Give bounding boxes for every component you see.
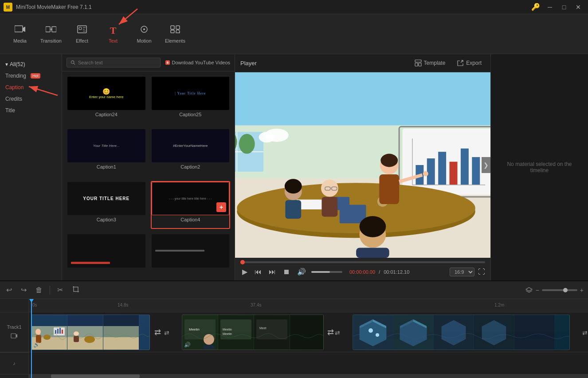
template-label: Template [424, 60, 446, 66]
volume-button[interactable]: 🔊 [295, 267, 308, 277]
volume-fill [311, 271, 330, 273]
caption5b-label [152, 268, 230, 271]
toolbar-transition[interactable]: Transition [35, 19, 67, 50]
prev-frame-button[interactable]: ⏮ [253, 267, 263, 277]
toolbar-effect[interactable]: Effect [67, 19, 98, 50]
svg-rect-9 [171, 26, 174, 29]
grid-item-caption5a[interactable] [67, 233, 146, 276]
caption3-thumb: YOUR TITLE HERE [67, 182, 145, 215]
minimize-button[interactable]: ─ [544, 1, 556, 13]
sidebar-credits-label: Credits [5, 96, 22, 102]
next-frame-button[interactable]: ⏭ [267, 267, 278, 277]
grid-item-caption1[interactable]: Your Title Here... Caption1 [67, 128, 146, 176]
clip-2[interactable]: Meetin Meetin Meetin [182, 315, 324, 350]
search-input[interactable] [78, 60, 157, 65]
text-icon: T [110, 25, 117, 36]
caption2-text: #EnterYourNameHere [173, 144, 208, 148]
grid-item-caption24[interactable]: 😊 Enter your name here Caption24 [67, 76, 146, 124]
download-label: Download YouTube Videos [172, 60, 231, 65]
grid-item-caption25[interactable]: | Your Title Here Caption25 [151, 76, 231, 124]
add-caption4-button[interactable]: + [216, 202, 226, 212]
player-controls: ▶ ⏮ ⏭ ⏹ 🔊 00:00:00.00 / 00:01:12.10 16:9… [235, 258, 490, 280]
tracks-container: 🔊 ⇄ [29, 312, 588, 374]
sidebar-item-caption[interactable]: Caption [0, 82, 62, 93]
grid-item-caption2[interactable]: #EnterYourNameHere Caption2 [151, 128, 231, 176]
maximize-button[interactable]: □ [558, 1, 570, 13]
track1-label: Track1 [0, 312, 28, 352]
toolbar-media[interactable]: Media [4, 19, 35, 50]
play-button[interactable]: ▶ [240, 267, 249, 277]
toolbar-elements[interactable]: Elements [160, 19, 191, 50]
clip3-swap-icon: ⇄ [582, 329, 588, 336]
export-button[interactable]: Export [453, 58, 485, 68]
volume-slider[interactable] [311, 271, 342, 273]
sidebar-all-header[interactable]: ▾ All(52) [0, 59, 62, 70]
clip-1[interactable]: 🔊 [31, 315, 150, 350]
aspect-ratio-select[interactable]: 16:9 9:16 4:3 1:1 [450, 268, 474, 276]
music-track-label: ♪ [0, 352, 28, 374]
svg-rect-10 [176, 26, 180, 29]
template-button[interactable]: Template [411, 58, 449, 68]
main-area: ▾ All(52) Trending Hot Caption Credits T… [0, 54, 588, 280]
template-icon [415, 59, 422, 67]
zoom-slider[interactable] [542, 289, 577, 291]
search-input-wrap[interactable] [67, 58, 161, 67]
panel-expand-button[interactable]: ❯ [482, 157, 490, 173]
caption1-thumb: Your Title Here... [67, 129, 145, 162]
redo-button[interactable]: ↪ [19, 284, 28, 296]
progress-bar[interactable] [240, 261, 485, 263]
crop-icon [72, 285, 80, 293]
timeline-tracks[interactable]: 0s 14.8s 37.4s 1.2m [29, 299, 588, 378]
download-youtube-btn[interactable]: Download YouTube Videos [165, 60, 231, 65]
svg-rect-2 [15, 26, 23, 32]
close-button[interactable]: ✕ [572, 1, 584, 13]
caption2-label: Caption2 [152, 162, 230, 171]
ruler-spacer [0, 299, 28, 312]
music-track-row [29, 352, 588, 374]
crop-button[interactable] [70, 284, 82, 297]
clip1-swap-icon: ⇄ [164, 329, 169, 336]
sidebar-item-trending[interactable]: Trending Hot [0, 70, 62, 82]
download-icon [165, 60, 170, 65]
no-material-text: No material selected on the timeline [500, 161, 579, 173]
undo-button[interactable]: ↩ [4, 284, 14, 296]
key-icon-btn[interactable]: 🔑 [529, 1, 542, 13]
video-preview: ❯ [235, 72, 490, 258]
toolbar-motion[interactable]: Motion [129, 19, 160, 50]
grid-item-caption4[interactable]: - - - your title here title here - - - +… [151, 181, 231, 229]
caption5b-thumb [152, 234, 230, 268]
stop-button[interactable]: ⏹ [281, 267, 292, 277]
svg-rect-16 [415, 63, 418, 66]
grid-item-caption5b[interactable] [151, 233, 231, 276]
time-total: 00:01:12.10 [384, 269, 409, 275]
delete-button[interactable]: 🗑 [34, 284, 44, 296]
sidebar-item-title[interactable]: Title [0, 105, 62, 116]
sidebar-item-credits[interactable]: Credits [0, 93, 62, 105]
svg-rect-49 [321, 197, 337, 217]
toolbar-effect-label: Effect [76, 38, 88, 43]
sidebar-all-label: All(52) [10, 61, 25, 67]
svg-rect-54 [285, 200, 301, 219]
caption25-text: | Your Title Here [175, 91, 206, 95]
transition2-icon: ⇄ [327, 327, 334, 337]
timeline-toolbar: ↩ ↪ 🗑 ✂ − + [0, 281, 588, 299]
svg-point-55 [285, 179, 302, 193]
sidebar-title-label: Title [5, 107, 15, 114]
fullscreen-button[interactable]: ⛶ [478, 268, 485, 276]
timeline-scrollbar[interactable] [29, 374, 588, 378]
caption5a-label [67, 268, 145, 271]
grid-item-caption3[interactable]: YOUR TITLE HERE Caption3 [67, 181, 146, 229]
svg-rect-61 [11, 334, 16, 338]
zoom-in-icon[interactable]: + [580, 287, 584, 294]
svg-line-13 [74, 63, 75, 64]
cut-button[interactable]: ✂ [55, 284, 65, 296]
track-labels: Track1 ♪ [0, 299, 29, 378]
toolbar: Media Transition Effect T Text Motion El… [0, 14, 588, 54]
clip-3[interactable]: 🔊 [353, 315, 570, 350]
toolbar-text[interactable]: T Text [98, 19, 129, 50]
svg-point-6 [79, 27, 82, 30]
toolbar-elements-label: Elements [165, 38, 185, 43]
zoom-out-icon[interactable]: − [536, 287, 539, 294]
progress-dot [240, 260, 245, 264]
svg-point-8 [143, 28, 145, 30]
